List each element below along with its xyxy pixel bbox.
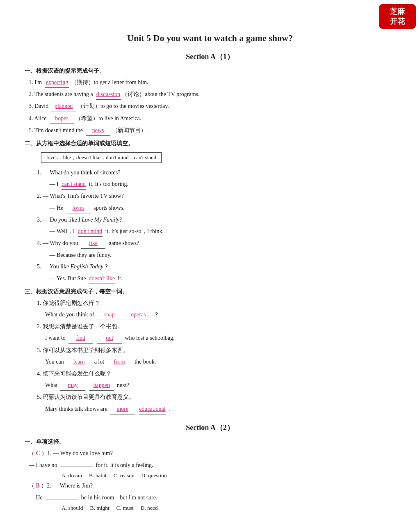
section-a2-title: Section A（2） [25,423,395,433]
answer-1-4: hopes [50,113,74,124]
answer-3-2a: find [68,333,93,343]
exercise-3-5-en: Mary thinks talk shows are more educatio… [45,404,395,414]
exercise-1-2: 2. The students are having a discussion … [29,89,395,100]
answer-3-2b: out [97,333,122,343]
part3-exercises: 1. 你觉得肥皂剧怎么样？ What do you think of soap … [29,298,395,414]
exercise-3-1-en: What do you think of soap operas ？ [45,309,395,320]
answer-3-4a: may [60,380,85,391]
answer-2-4: like [81,238,105,249]
answer-1-5: news [86,125,110,136]
exercise-3-3-cn: 3. 你可以从这本书里学到很多东西。 [37,345,395,355]
answer-1-2: discussion [96,89,121,100]
answer-2-2: loves [66,203,91,213]
exercise-3-2-cn: 2. 我想弄清楚是谁丢了一个书包。 [37,321,395,332]
exercise-2-4-a: — Because they are funny. [45,250,395,260]
mc-2-bracket: （ B ）2. — Where is Jim? [29,481,395,492]
exercise-3-5-cn: 5. 玛丽认为访谈节目更具有教育意义。 [37,392,395,402]
answer-2-1: can't stand [62,179,86,190]
mc-1-a: — I have no for it. It is only a feeling… [29,460,395,471]
exercise-3-4-en: What may happen next? [45,380,395,391]
mc-1-options: A. dream B. habit C. reason D. question [62,472,395,479]
part1-exercises: 1. I'm expecting （期待）to get a letter fro… [29,77,395,136]
mc-blank-2 [46,499,78,499]
part3-header: 三、根据汉语意思完成句子，每空一词。 [25,288,395,295]
mc-1-bracket: （ C ）1. — Why do you love him? [29,448,395,459]
exercise-2-2-q: 2. — What's Tim's favorite TV show? [37,191,395,201]
part2-exercises: 1. — What do you think of sitcoms? — I c… [29,167,395,284]
exercise-3-4-cn: 4. 接下来可能会发生什么呢？ [37,369,395,379]
answer-1-3: planned [51,101,76,112]
exercise-1-5: 5. Tim doesn't mind the news （新闻节目）. [29,125,395,136]
exercise-1-3: 3. David planned （计划）to go to the movies… [29,101,395,112]
exercise-2-3-q: 3. — Do you like I Love My Family? [37,215,395,225]
answer-2-3: don't mind [78,226,103,237]
exercise-2-5-a: — Yes. But Sue doesn't like it. [45,273,395,284]
answer-3-4b: happen [89,380,114,391]
exercise-2-1-a: — I can't stand it. It's too boring. [45,179,395,190]
answer-3-5b: educational [139,404,166,414]
mc-2-a: — He be in his room，but I'm not sure. [29,492,395,504]
part1-header: 一、根据汉语的提示完成句子。 [25,67,395,75]
answer-3-5a: more [110,404,135,414]
part4-exercises: （ C ）1. — Why do you love him? — I have … [29,448,395,511]
answer-3-3b: from [107,357,132,367]
mc-blank-1 [60,467,93,467]
word-bank: loves，like，doesn't like，don't mind，can't… [41,152,162,163]
mc-answer-1: C [36,450,40,456]
mc-2-options: A. should B. might C. must D. need [62,505,395,511]
unit-title: Unit 5 Do you want to watch a game show? [25,33,395,43]
logo-image: 芝麻开花 [379,4,416,29]
answer-3-3a: learn [67,357,91,367]
answer-2-5: doesn't like [89,273,115,284]
answer-3-1a: soap [97,309,122,320]
exercise-1-4: 4. Alice hopes （希望）to live in America. [29,113,395,124]
part2-header: 二、从方框中选择合适的单词或短语填空。 [25,140,395,147]
exercise-2-4-q: 4. — Why do you like game shows? [37,238,395,249]
exercise-3-2-en: I want to find out who lost a schoolbag. [45,333,395,343]
exercise-3-1-cn: 1. 你觉得肥皂剧怎么样？ [37,298,395,308]
answer-3-1b: operas [126,309,151,320]
exercise-3-3-en: You can learn a lot from the book. [45,357,395,367]
exercise-2-1-q: 1. — What do you think of sitcoms? [37,167,395,178]
mc-answer-2: B [36,483,40,489]
exercise-1-1: 1. I'm expecting （期待）to get a letter fro… [29,77,395,88]
logo: 芝麻开花 [379,4,416,29]
part4-header: 一、单项选择。 [25,438,395,446]
exercise-2-3-a: — Well，I don't mind it. It's just so-so，… [45,226,395,237]
exercise-2-5-q: 5. — You like English Today？ [37,261,395,272]
answer-1-1: expecting [45,77,69,88]
section-a1-title: Section A（1） [25,52,395,62]
exercise-2-2-a: — He loves sports shows. [45,203,395,213]
